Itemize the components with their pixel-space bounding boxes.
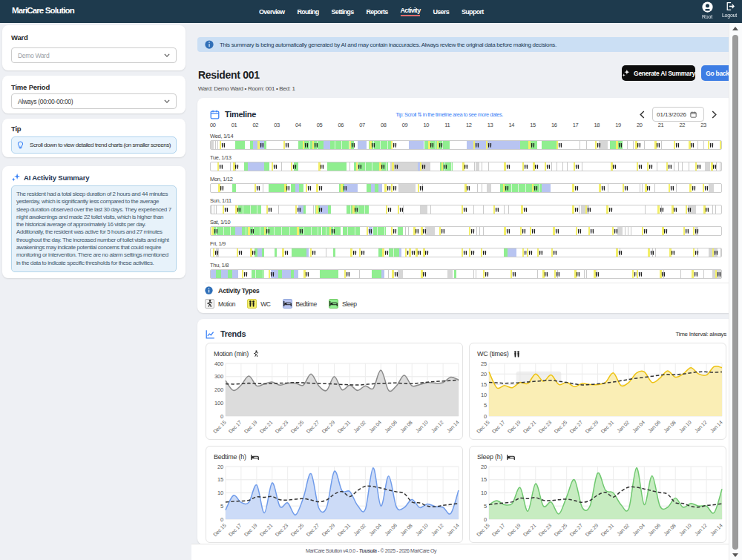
svg-text:Jan 08: Jan 08: [663, 523, 677, 537]
svg-text:20: 20: [481, 371, 487, 378]
svg-text:Jan 14: Jan 14: [709, 420, 723, 434]
svg-text:Dec 23: Dec 23: [275, 523, 289, 538]
svg-text:5: 5: [484, 503, 487, 510]
svg-text:Jan 10: Jan 10: [678, 420, 692, 434]
svg-text:Jan 12: Jan 12: [430, 420, 444, 434]
svg-text:Dec 23: Dec 23: [275, 420, 289, 435]
svg-text:Jan 14: Jan 14: [446, 420, 460, 434]
svg-text:Dec 21: Dec 21: [259, 420, 274, 435]
svg-text:10: 10: [481, 392, 487, 398]
svg-text:Dec 17: Dec 17: [228, 523, 243, 538]
svg-text:400: 400: [214, 360, 223, 367]
svg-text:5: 5: [484, 402, 487, 409]
svg-text:Jan 08: Jan 08: [663, 420, 677, 434]
svg-text:Dec 31: Dec 31: [336, 523, 351, 538]
svg-text:Dec 21: Dec 21: [522, 420, 537, 435]
svg-text:Dec 29: Dec 29: [584, 523, 599, 538]
svg-text:0: 0: [484, 516, 487, 523]
svg-text:Dec 23: Dec 23: [538, 523, 553, 538]
svg-text:200: 200: [214, 386, 223, 393]
svg-text:0: 0: [220, 516, 223, 523]
svg-text:Dec 25: Dec 25: [290, 420, 305, 435]
svg-text:Dec 19: Dec 19: [507, 420, 522, 435]
svg-text:Jan 06: Jan 06: [647, 420, 661, 434]
svg-text:Dec 19: Dec 19: [243, 523, 258, 538]
svg-text:10: 10: [217, 490, 223, 496]
svg-text:Dec 21: Dec 21: [259, 523, 274, 538]
svg-text:Jan 14: Jan 14: [446, 523, 460, 537]
svg-text:Jan 02: Jan 02: [616, 420, 630, 434]
svg-text:Dec 25: Dec 25: [554, 523, 568, 538]
svg-text:Jan 04: Jan 04: [631, 420, 646, 434]
svg-text:Dec 19: Dec 19: [243, 420, 258, 435]
svg-text:10: 10: [481, 490, 487, 496]
svg-text:15: 15: [481, 381, 487, 388]
svg-text:Dec 29: Dec 29: [321, 420, 335, 435]
svg-text:Jan 12: Jan 12: [694, 523, 708, 537]
svg-text:Dec 31: Dec 31: [600, 523, 614, 538]
svg-text:Dec 21: Dec 21: [522, 523, 537, 538]
svg-text:Dec 19: Dec 19: [507, 523, 522, 538]
svg-text:Jan 10: Jan 10: [415, 420, 429, 434]
svg-text:0: 0: [220, 413, 223, 420]
svg-text:Dec 31: Dec 31: [336, 420, 351, 435]
svg-text:300: 300: [214, 373, 223, 380]
svg-text:Jan 04: Jan 04: [368, 523, 382, 537]
svg-text:Jan 02: Jan 02: [616, 523, 630, 537]
svg-text:Dec 23: Dec 23: [538, 420, 553, 435]
svg-text:Jan 08: Jan 08: [399, 523, 413, 537]
svg-text:Jan 02: Jan 02: [352, 523, 367, 537]
svg-text:Jan 06: Jan 06: [384, 523, 398, 537]
svg-text:Dec 31: Dec 31: [600, 420, 614, 435]
svg-text:Dec 15: Dec 15: [212, 523, 227, 538]
svg-text:Jan 06: Jan 06: [647, 523, 661, 537]
svg-text:Jan 12: Jan 12: [430, 523, 444, 537]
svg-text:Dec 15: Dec 15: [476, 420, 490, 435]
svg-text:20: 20: [217, 464, 223, 470]
svg-text:Dec 17: Dec 17: [228, 420, 243, 435]
svg-text:Jan 02: Jan 02: [352, 420, 367, 434]
svg-text:Jan 08: Jan 08: [399, 420, 413, 434]
svg-text:Dec 29: Dec 29: [321, 523, 335, 538]
svg-text:Dec 27: Dec 27: [569, 523, 584, 538]
svg-text:Jan 04: Jan 04: [631, 523, 646, 537]
svg-text:Dec 15: Dec 15: [476, 523, 490, 538]
svg-text:25: 25: [481, 360, 487, 367]
svg-text:0: 0: [484, 413, 487, 420]
svg-text:15: 15: [217, 476, 223, 483]
svg-text:Dec 25: Dec 25: [554, 420, 568, 435]
svg-text:Dec 17: Dec 17: [491, 420, 506, 435]
svg-text:Dec 25: Dec 25: [290, 523, 305, 538]
svg-text:Jan 04: Jan 04: [368, 420, 382, 434]
svg-text:Jan 10: Jan 10: [678, 523, 692, 537]
svg-text:Dec 27: Dec 27: [306, 420, 321, 435]
svg-text:5: 5: [220, 503, 223, 510]
svg-text:Dec 15: Dec 15: [212, 420, 227, 435]
svg-text:Jan 12: Jan 12: [694, 420, 708, 434]
svg-text:Jan 06: Jan 06: [384, 420, 398, 434]
svg-text:15: 15: [481, 476, 487, 483]
svg-text:Dec 29: Dec 29: [584, 420, 599, 435]
svg-text:20: 20: [481, 464, 487, 470]
svg-text:Jan 10: Jan 10: [415, 523, 429, 537]
svg-text:100: 100: [214, 400, 223, 406]
svg-text:Dec 17: Dec 17: [491, 523, 506, 538]
svg-text:Dec 27: Dec 27: [569, 420, 584, 435]
svg-text:Jan 14: Jan 14: [709, 523, 723, 537]
svg-text:Dec 27: Dec 27: [306, 523, 321, 538]
